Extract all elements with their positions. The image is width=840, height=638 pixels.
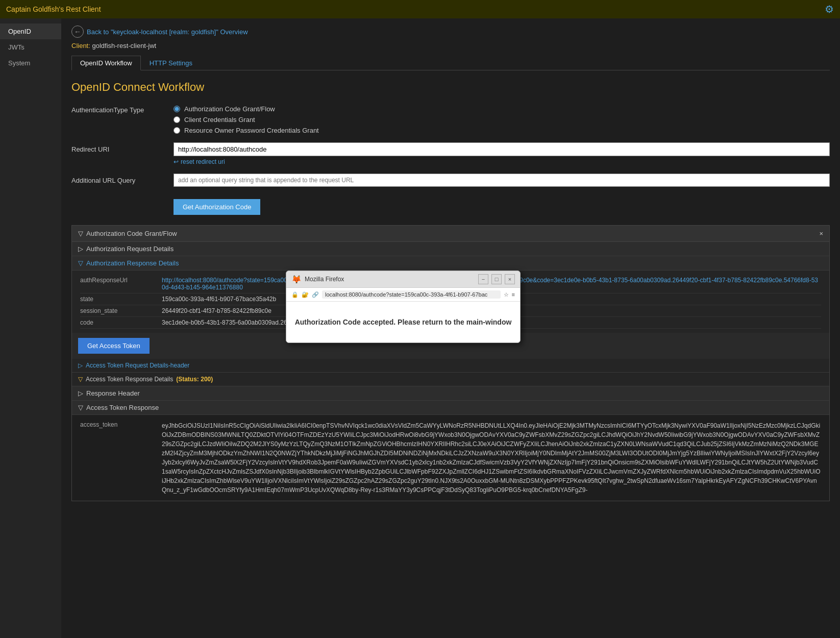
firefox-popup: 🦊 Mozilla Firefox − □ × 🔒 🔐 🔗 localhost:… [286, 271, 521, 343]
access-token-resp-icon: ▽ [78, 404, 83, 411]
radio-client-cred[interactable]: Client Credentials Grant [174, 116, 830, 124]
back-nav: ← Back to "keycloak-localhost [realm: go… [71, 26, 830, 38]
collapse-icon: ▽ [78, 230, 83, 237]
client-label: Client: goldfish-rest-client-jwt [71, 42, 830, 50]
firefox-addressbar: 🔒 🔐 🔗 localhost:8080/authcode?state=159c… [286, 288, 520, 302]
access-token-table: access_token eyJhbGciOiJSUzI1NiIsInR5cCI… [72, 415, 829, 501]
additional-url-input[interactable] [174, 174, 830, 187]
access-token-response-header[interactable]: ▽ Access Token Response Details (Status:… [72, 373, 829, 386]
tabs: OpenID Workflow HTTP Settings [71, 56, 830, 70]
response-details-icon: ▽ [78, 376, 83, 383]
additional-url-label: Additional URL Query [71, 174, 174, 184]
redirect-uri-label: Redirect URI [71, 142, 174, 153]
firefox-title: 🦊 Mozilla Firefox [291, 275, 344, 284]
response-collapse-icon: ▽ [78, 259, 83, 267]
firefox-url[interactable]: localhost:8080/authcode?state=159ca00c-3… [322, 290, 501, 299]
auth-type-group: Authorization Code Grant/Flow Client Cre… [174, 103, 830, 134]
firefox-message: Authorization Code accepted. Please retu… [295, 318, 512, 326]
radio-resource-owner[interactable]: Resource Owner Password Credentials Gran… [174, 127, 830, 134]
response-header-section[interactable]: ▷ Response Header [72, 386, 829, 401]
auth-code-section: ▽ Authorization Code Grant/Flow × ▷ Auth… [71, 225, 830, 501]
additional-url-control [174, 174, 830, 187]
firefox-content: Authorization Code accepted. Please retu… [286, 302, 520, 342]
request-expand-icon: ▷ [78, 245, 83, 253]
firefox-close-button[interactable]: × [505, 274, 515, 284]
reset-redirect-link[interactable]: ↩ reset redirect uri [174, 158, 830, 165]
access-token-request-header[interactable]: ▷ Access Token Request Details-header [72, 359, 829, 373]
get-auth-btn-container: Get Authorization Code [71, 195, 830, 215]
auth-response-details-header[interactable]: ▽ Authorization Response Details [72, 256, 829, 271]
auth-code-section-header[interactable]: ▽ Authorization Code Grant/Flow × [72, 226, 829, 242]
access-token-key: access_token [80, 421, 162, 495]
access-token-val: eyJhbGciOiJSUzI1NiIsInR5cCIgOiAiSldUIiwi… [162, 421, 821, 495]
firefox-maximize-button[interactable]: □ [491, 274, 502, 284]
firefox-minimize-button[interactable]: − [478, 274, 488, 284]
redirect-uri-row: Redirect URI ↩ reset redirect uri [71, 142, 830, 165]
access-token-row: access_token eyJhbGciOiJSUzI1NiIsInR5cCI… [80, 419, 821, 497]
get-auth-code-button[interactable]: Get Authorization Code [174, 199, 260, 215]
firefox-controls: − □ × [478, 274, 515, 284]
back-link[interactable]: Back to "keycloak-localhost [realm: gold… [87, 28, 248, 36]
redirect-uri-control: ↩ reset redirect uri [174, 142, 830, 165]
request-details-icon: ▷ [78, 362, 83, 369]
app-icon: ⚙ [825, 3, 834, 15]
back-button[interactable]: ← [71, 26, 84, 38]
response-key-1: state [80, 296, 162, 303]
shield-icon: 🔒 [291, 291, 299, 298]
firefox-titlebar: 🦊 Mozilla Firefox − □ × [286, 271, 520, 288]
get-access-token-button[interactable]: Get Access Token [78, 338, 150, 354]
client-label-text: Client: [71, 42, 90, 50]
radio-auth-code[interactable]: Authorization Code Grant/Flow [174, 105, 830, 113]
response-key-0: authResponseUrl [80, 277, 162, 291]
menu-icon[interactable]: ≡ [512, 291, 515, 298]
client-value: goldfish-rest-client-jwt [92, 42, 156, 50]
redirect-uri-input[interactable] [174, 142, 830, 156]
access-token-response-section[interactable]: ▽ Access Token Response [72, 401, 829, 415]
response-key-3: code [80, 319, 162, 326]
auth-type-row: AuthenticationType Type Authorization Co… [71, 103, 830, 134]
section-header-left: ▽ Authorization Code Grant/Flow [78, 230, 177, 237]
firefox-icon: 🦊 [291, 275, 302, 284]
titlebar: Captain Goldfish's Rest Client ⚙ [0, 0, 840, 18]
app-title: Captain Goldfish's Rest Client [6, 5, 101, 13]
tab-openid-workflow[interactable]: OpenID Workflow [71, 56, 141, 70]
sidebar-item-system[interactable]: System [0, 55, 61, 71]
response-key-2: session_state [80, 307, 162, 314]
section-title: OpenID Connect Workflow [71, 81, 830, 94]
auth-request-details-header[interactable]: ▷ Authorization Request Details [72, 242, 829, 256]
bookmark-icon[interactable]: ☆ [504, 291, 509, 298]
reset-icon: ↩ [174, 158, 179, 165]
close-icon[interactable]: × [819, 230, 823, 237]
sidebar-item-openid[interactable]: OpenID [0, 23, 61, 39]
auth-type-label: AuthenticationType Type [71, 103, 174, 114]
sidebar: OpenID JWTs System [0, 18, 61, 638]
response-status: (Status: 200) [176, 376, 213, 383]
cert-icon: 🔐 [302, 291, 309, 298]
resp-header-icon: ▷ [78, 389, 83, 397]
sidebar-item-jwts[interactable]: JWTs [0, 39, 61, 55]
additional-url-row: Additional URL Query [71, 174, 830, 187]
url-icon: 🔗 [312, 291, 319, 298]
tab-http-settings[interactable]: HTTP Settings [141, 56, 201, 70]
